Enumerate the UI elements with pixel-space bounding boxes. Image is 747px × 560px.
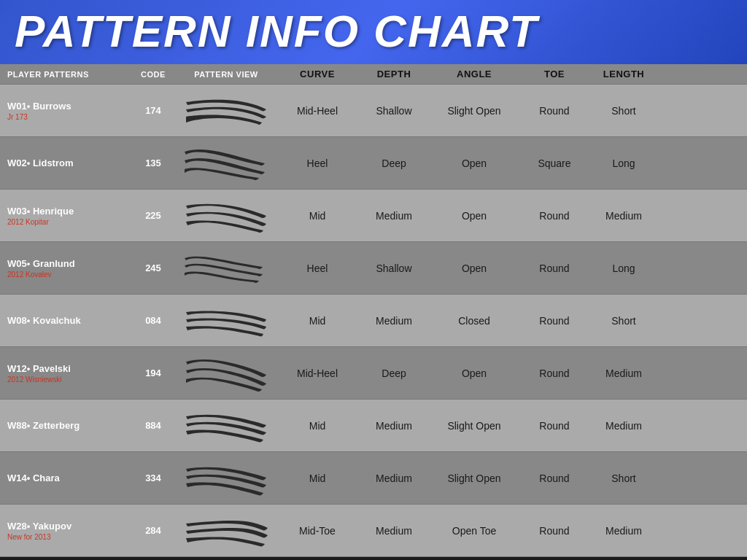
player-name: W05• Granlund [7, 258, 124, 269]
angle-cell: Open [430, 210, 518, 222]
code-cell: 245 [131, 262, 175, 273]
pattern-cell [175, 401, 277, 451]
depth-cell: Shallow [357, 105, 430, 117]
code-main: 884 [145, 420, 161, 431]
table-row: W14• Chara 334 Mid Medium Slight Open Ro… [0, 452, 747, 505]
player-name: W12• Pavelski [7, 363, 124, 374]
curve-cell: Mid-Heel [277, 368, 357, 379]
pattern-cell [175, 506, 277, 556]
length-cell: Short [591, 315, 657, 327]
player-alt: 2012 Wisniewski [7, 376, 124, 384]
depth-cell: Deep [357, 368, 430, 379]
angle-cell: Slight Open [430, 472, 518, 484]
depth-cell: Medium [357, 420, 430, 432]
angle-cell: Open [430, 158, 518, 169]
code-main: 084 [145, 315, 161, 326]
toe-cell: Round [518, 210, 591, 222]
length-cell: Short [591, 472, 657, 484]
table-row: W02• Lidstrom 135 Heel Deep Open Square … [0, 137, 747, 190]
code-cell: 135 [131, 158, 175, 168]
table-body: W01• Burrows Jr 173 174 Mid-Heel Shallow… [0, 85, 747, 557]
title-bar: PATTERN INFO CHART [0, 0, 747, 64]
player-alt: 2012 Kopitar [7, 218, 124, 226]
length-cell: Medium [591, 368, 657, 379]
length-cell: Short [591, 105, 657, 117]
table-row: W88• Zetterberg 884 Mid Medium Slight Op… [0, 400, 747, 452]
header-length: LENGTH [591, 69, 657, 79]
header-toe: TOE [518, 69, 591, 79]
depth-cell: Medium [357, 525, 430, 537]
length-cell: Medium [591, 525, 657, 537]
pattern-cell [175, 349, 277, 398]
toe-cell: Round [518, 472, 591, 484]
curve-cell: Mid [277, 210, 357, 222]
header-depth: DEPTH [357, 69, 430, 79]
table-row: W08• Kovalchuk 084 Mid Medium Closed Rou… [0, 295, 747, 347]
depth-cell: Medium [357, 472, 430, 484]
pattern-cell [175, 139, 277, 188]
length-cell: Long [591, 262, 657, 274]
toe-cell: Round [518, 262, 591, 274]
length-cell: Medium [591, 210, 657, 222]
player-name: W88• Zetterberg [7, 420, 124, 431]
curve-cell: Mid-Toe [277, 525, 357, 537]
toe-cell: Round [518, 105, 591, 117]
code-main: 334 [145, 472, 161, 483]
player-alt: New for 2013 [7, 533, 124, 541]
toe-cell: Round [518, 368, 591, 379]
code-main: 284 [145, 525, 161, 536]
player-name: W03• Henrique [7, 206, 124, 217]
code-cell: 284 [131, 525, 175, 536]
table-row: W01• Burrows Jr 173 174 Mid-Heel Shallow… [0, 85, 747, 137]
table-row: W12• Pavelski 2012 Wisniewski 194 Mid-He… [0, 347, 747, 400]
code-cell: 194 [131, 368, 175, 378]
pattern-cell [175, 86, 277, 136]
code-main: 225 [145, 210, 161, 221]
player-name: W14• Chara [7, 472, 124, 483]
header-angle: ANGLE [430, 69, 518, 79]
toe-cell: Square [518, 158, 591, 169]
header-code: CODE [131, 69, 175, 79]
table-row: W05• Granlund 2012 Kovalev 245 Heel Shal… [0, 242, 747, 295]
angle-cell: Open [430, 262, 518, 274]
player-cell: W08• Kovalchuk [0, 309, 131, 332]
depth-cell: Medium [357, 315, 430, 327]
curve-cell: Mid-Heel [277, 105, 357, 117]
player-alt: 2012 Kovalev [7, 271, 124, 279]
pattern-cell [175, 296, 277, 346]
header-curve: CURVE [277, 69, 357, 79]
player-alt: Jr 173 [7, 113, 124, 121]
toe-cell: Round [518, 315, 591, 327]
length-cell: Long [591, 158, 657, 169]
player-cell: W88• Zetterberg [0, 414, 131, 437]
code-cell: 174 [131, 105, 175, 116]
depth-cell: Medium [357, 210, 430, 222]
code-main: 245 [145, 262, 161, 273]
header-view: PATTERN VIEW [175, 69, 277, 79]
player-cell: W14• Chara [0, 467, 131, 489]
angle-cell: Open Toe [430, 525, 518, 537]
angle-cell: Slight Open [430, 105, 518, 117]
code-cell: 084 [131, 315, 175, 326]
table-row: W03• Henrique 2012 Kopitar 225 Mid Mediu… [0, 190, 747, 242]
player-cell: W02• Lidstrom [0, 152, 131, 174]
length-cell: Medium [591, 420, 657, 432]
toe-cell: Round [518, 525, 591, 537]
player-cell: W12• Pavelski 2012 Wisniewski [0, 357, 131, 389]
angle-cell: Slight Open [430, 420, 518, 432]
chart-container: PLAYER PATTERNS CODE PATTERN VIEW CURVE … [0, 64, 747, 557]
angle-cell: Open [430, 368, 518, 379]
pattern-cell [175, 191, 277, 241]
curve-cell: Heel [277, 262, 357, 274]
player-name: W28• Yakupov [7, 521, 124, 532]
angle-cell: Closed [430, 315, 518, 327]
player-cell: W05• Granlund 2012 Kovalev [0, 252, 131, 284]
curve-cell: Mid [277, 472, 357, 484]
code-main: 194 [145, 368, 161, 378]
player-cell: W28• Yakupov New for 2013 [0, 515, 131, 547]
curve-cell: Heel [277, 158, 357, 169]
player-cell: W01• Burrows Jr 173 [0, 95, 131, 127]
code-cell: 334 [131, 472, 175, 483]
curve-cell: Mid [277, 315, 357, 327]
player-name: W01• Burrows [7, 101, 124, 112]
